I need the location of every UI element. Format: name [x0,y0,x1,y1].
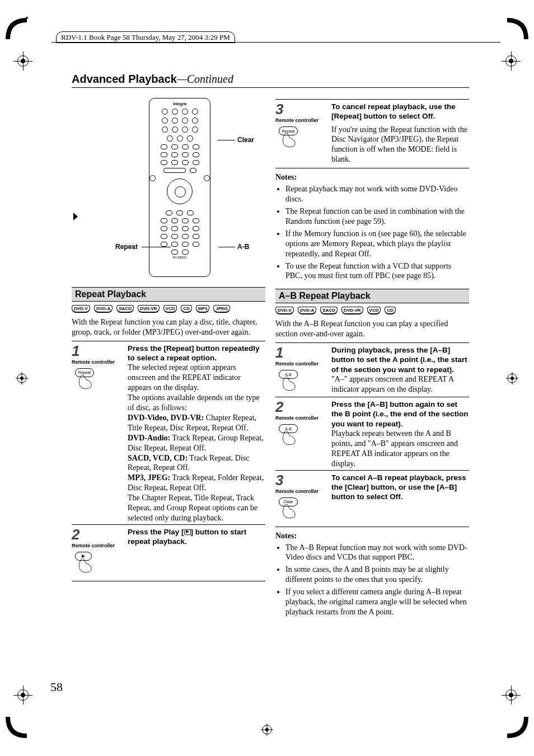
step-number: 2 [72,527,128,542]
note-item: To use the Repeat function with a VCD th… [285,261,469,281]
intro-text: With the Repeat function you can play a … [72,317,265,337]
step-lead: Press the Play [] button to start repeat… [128,527,265,547]
svg-point-8 [510,377,514,380]
step-source: Remote controller [275,118,331,123]
ab-step-3: 3 Remote controller Clear To cancel A–B … [275,470,469,527]
step-1: 1 Remote controller Repeat Press the [Re… [72,341,265,523]
crop-mark-icon [13,51,32,71]
step-body: If you're using the Repeat function with… [331,125,467,164]
remote-press-icon [72,551,102,577]
format-badge: DVD-A [298,307,316,314]
binding-tl-icon [4,17,28,40]
note-item: If the Memory function is on (see page 6… [285,229,469,259]
step-source: Remote controller [275,489,331,494]
crop-mark-icon [502,51,521,71]
remote-press-icon: A-B [275,423,306,450]
crop-mark-icon [502,685,521,705]
format-badge: SACD [320,307,338,314]
step-number: 1 [275,345,331,360]
step-lead: Press the [Repeat] button repeatedly to … [128,344,265,363]
format-badge: VCD [367,307,381,314]
binding-br-icon [506,716,530,739]
svg-point-0 [26,17,28,19]
format-badge: DVD-VR [341,307,363,314]
step-lead: During playback, press the [A–B] button … [331,345,469,374]
step-3: 3 Remote controller Repeat To cancel rep… [275,99,469,168]
step-number: 3 [275,102,331,116]
format-badge: DVD-VR [138,305,160,313]
format-badges: DVD-V DVD-A SACD DVD-VR VCD CD MP3 JPEG [72,305,265,313]
callout-line [218,247,235,247]
format-badge: JPEG [213,305,229,313]
remote-press-icon: Clear [275,496,306,523]
page-number: 58 [50,680,63,694]
step-source: Remote controller [275,415,331,421]
play-icon [184,529,191,535]
format-badge: CD [181,305,192,313]
note-item: Repeat playback may not work with some D… [285,184,469,204]
title-main: Advanced Playback [72,73,177,85]
notes-list: Repeat playback may not work with some D… [275,184,469,281]
opt-head: MP3, JPEG: [128,473,170,482]
opt-head: DVD-Audio: [128,434,170,442]
format-badge: DVD-V [275,307,294,314]
format-badge: SACD [116,305,134,313]
format-badge: MP3 [196,305,209,313]
callout-ab: A-B [237,243,249,251]
note-item: The Repeat function can be used in combi… [285,206,469,227]
notes-list: The A–B Repeat function may not work wit… [275,543,469,617]
step-2: 2 Remote controller Press the Play [] bu… [72,524,265,581]
callout-clear: Clear [237,136,254,144]
remote-press-icon: A-B [275,369,306,396]
note-item: The A–B Repeat function may not work wit… [285,543,469,563]
opt-head: DVD-Video, DVD-VR: [128,414,204,422]
note-item: If you select a different camera angle d… [285,587,469,617]
remote-model: RC-583DV [149,256,210,259]
format-badge: DVD-V [72,305,90,313]
remote-press-icon: Repeat [72,367,102,394]
notes-heading: Notes: [275,173,469,182]
file-header-rule [51,42,500,43]
crop-mark-icon [13,685,32,705]
ab-step-2: 2 Remote controller A-B Press the [A–B] … [275,397,469,468]
step-number: 1 [72,344,128,358]
note-item: In some cases, the A and B points may be… [285,565,469,585]
notes-heading: Notes: [275,532,469,541]
binding-bl-icon [4,716,28,739]
section-ab-repeat: A–B Repeat Playback [275,289,469,303]
file-header: RDV-1.1 Book Page 58 Thursday, May 27, 2… [56,31,235,43]
format-badge: VCD [163,305,177,313]
step-body: The Chapter Repeat, Title Repeat, Track … [128,494,257,522]
callout-line [142,247,171,247]
step-lead: To cancel repeat playback, use the [Repe… [331,102,469,121]
step-body: The selected repeat option appears onscr… [128,363,241,392]
binding-tr-icon [506,17,530,40]
remote-body: Integra RC-583DV [149,98,210,277]
section-repeat-playback: Repeat Playback [72,287,265,302]
svg-point-12 [265,728,269,731]
callout-repeat: Repeat [115,243,138,251]
step-lead: To cancel A–B repeat playback, press the… [331,473,469,502]
title-rule [72,87,469,88]
play-icon [73,213,78,220]
format-badges: DVD-V DVD-A SACD DVD-VR VCD CD [275,307,469,314]
remote-brand: Integra [149,102,210,106]
opt-head: SACD, VCD, CD: [128,454,188,462]
format-badge: DVD-A [94,305,113,313]
registration-mark-icon [16,372,28,384]
step-source: Remote controller [275,361,331,367]
step-lead: Press the [A–B] button again to set the … [331,400,469,429]
step-body: Playback repeats between the A and B poi… [331,429,458,468]
step-body: The options available depends on the typ… [128,393,260,412]
step-number: 2 [275,400,331,414]
step-source: Remote controller [72,543,128,548]
svg-point-4 [20,377,24,380]
registration-mark-icon [261,724,273,736]
step-number: 3 [275,473,331,487]
remote-diagram: Integra RC-583DV [72,98,265,283]
step-body: "A–" appears onscreen and REPEAT A indic… [331,375,453,393]
remote-press-icon: Repeat [275,125,306,152]
callout-line [217,140,235,140]
intro-text: With the A–B Repeat function you can pla… [275,319,469,339]
title-continued: —Continued [177,73,233,85]
